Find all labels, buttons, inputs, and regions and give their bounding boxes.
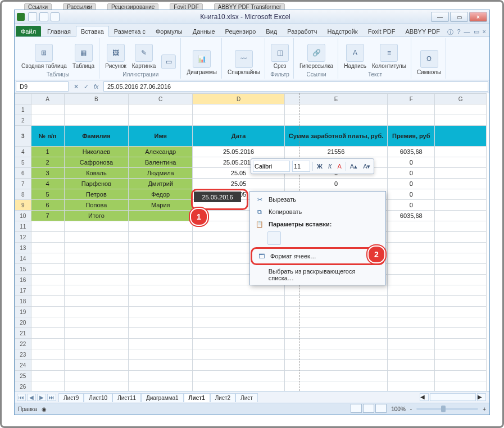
- cell-A18[interactable]: [31, 296, 64, 307]
- row-header[interactable]: 2: [15, 115, 31, 126]
- cell-B1[interactable]: [64, 104, 128, 115]
- column-headers[interactable]: A B C D E F G: [15, 94, 487, 104]
- row-header[interactable]: 26: [15, 381, 31, 391]
- row-header[interactable]: 16: [15, 275, 31, 285]
- cell-B3[interactable]: Фамилия: [64, 126, 128, 147]
- menu-cut[interactable]: ✂Вырезать: [252, 193, 384, 206]
- row-header[interactable]: 21: [15, 328, 31, 339]
- cell-D23[interactable]: [193, 349, 284, 360]
- tab-foxit[interactable]: Foxit PDF: [363, 26, 401, 37]
- cell-G5[interactable]: [435, 157, 487, 168]
- cell-A15[interactable]: [31, 264, 64, 275]
- cell-A23[interactable]: [31, 349, 64, 360]
- font-size-input[interactable]: [292, 161, 310, 172]
- cell-B18[interactable]: [64, 296, 128, 307]
- tab-addins[interactable]: Надстройк: [322, 26, 362, 37]
- cell-A13[interactable]: [31, 243, 64, 253]
- close-button[interactable]: ×: [469, 12, 487, 22]
- cell-G12[interactable]: [435, 232, 487, 243]
- cell-context-menu[interactable]: ✂Вырезать ⧉Копировать 📋Параметры вставки…: [249, 191, 386, 285]
- cell-G26[interactable]: [435, 381, 487, 391]
- cell-A10[interactable]: 7: [31, 211, 64, 221]
- cell-E21[interactable]: [284, 328, 388, 339]
- cell-G18[interactable]: [435, 296, 487, 307]
- cell-A2[interactable]: [31, 115, 64, 126]
- header-footer-button[interactable]: ≡Колонтитулы: [371, 43, 407, 70]
- zoom-in-button[interactable]: +: [483, 406, 486, 412]
- font-color-button[interactable]: А: [335, 163, 343, 170]
- cell-F14[interactable]: [388, 253, 435, 264]
- cell-F16[interactable]: [388, 275, 435, 285]
- cell-B11[interactable]: [64, 221, 128, 232]
- tab-home[interactable]: Главная: [42, 26, 76, 37]
- cell-G19[interactable]: [435, 307, 487, 317]
- cell-F2[interactable]: [388, 115, 435, 126]
- cell-F4[interactable]: 6035,68: [388, 147, 435, 157]
- cell-G23[interactable]: [435, 349, 487, 360]
- macro-record-icon[interactable]: ◉: [42, 406, 47, 412]
- cell-G10[interactable]: [435, 211, 487, 221]
- cell-G1[interactable]: [435, 104, 487, 115]
- cell-A1[interactable]: [31, 104, 64, 115]
- cell-C15[interactable]: [129, 264, 193, 275]
- cell-E24[interactable]: [284, 360, 388, 371]
- cell-A11[interactable]: [31, 221, 64, 232]
- cell-F25[interactable]: [388, 371, 435, 381]
- menu-copy[interactable]: ⧉Копировать: [252, 206, 384, 218]
- cell-A12[interactable]: [31, 232, 64, 243]
- bold-button[interactable]: Ж: [315, 163, 324, 170]
- cell-A20[interactable]: [31, 317, 64, 328]
- page-layout-view-icon[interactable]: [363, 404, 374, 413]
- cell-B13[interactable]: [64, 243, 128, 253]
- charts-button[interactable]: 📊Диаграммы: [185, 49, 218, 76]
- cell-A22[interactable]: [31, 339, 64, 349]
- first-sheet-icon[interactable]: ⏮: [17, 394, 26, 401]
- cell-G14[interactable]: [435, 253, 487, 264]
- cell-F13[interactable]: [388, 243, 435, 253]
- cell-A14[interactable]: [31, 253, 64, 264]
- cell-A24[interactable]: [31, 360, 64, 371]
- name-box[interactable]: D9: [16, 81, 69, 92]
- qat-redo-icon[interactable]: [51, 12, 60, 21]
- row-header[interactable]: 24: [15, 360, 31, 371]
- row-header[interactable]: 7: [15, 179, 31, 189]
- cell-D18[interactable]: [193, 296, 284, 307]
- italic-button[interactable]: К: [326, 163, 333, 170]
- cell-F3[interactable]: Премия, руб: [388, 126, 435, 147]
- shapes-button[interactable]: ▭: [160, 53, 177, 70]
- row-header[interactable]: 4: [15, 147, 31, 157]
- cell-A3[interactable]: № п/п: [31, 126, 64, 147]
- col-D-header[interactable]: D: [193, 94, 284, 104]
- ribbon-restore-icon[interactable]: ▭: [474, 28, 479, 37]
- hscroll[interactable]: ◀▶: [258, 393, 489, 401]
- cell-G20[interactable]: [435, 317, 487, 328]
- menu-format-cells[interactable]: 🗔 Формат ячеек… 2: [253, 250, 382, 262]
- cell-B5[interactable]: Сафронова: [64, 157, 128, 168]
- cell-C6[interactable]: Людмила: [129, 168, 193, 179]
- cell-A5[interactable]: 2: [31, 157, 64, 168]
- row-header[interactable]: 11: [15, 221, 31, 232]
- ribbon-close-icon[interactable]: ×: [483, 28, 486, 37]
- cell-F9[interactable]: 0: [388, 200, 435, 211]
- cell-G8[interactable]: [435, 189, 487, 200]
- cell-F12[interactable]: [388, 232, 435, 243]
- cell-E19[interactable]: [284, 307, 388, 317]
- cell-E18[interactable]: [284, 296, 388, 307]
- tab-insert[interactable]: Вставка: [76, 26, 109, 37]
- qat-undo-icon[interactable]: [39, 12, 48, 21]
- cell-D19[interactable]: [193, 307, 284, 317]
- cell-C2[interactable]: [129, 115, 193, 126]
- cell-A21[interactable]: [31, 328, 64, 339]
- clipart-button[interactable]: ✎Картинка: [131, 43, 157, 70]
- col-F-header[interactable]: F: [388, 94, 435, 104]
- prev-sheet-icon[interactable]: ◀: [27, 394, 36, 401]
- cell-F24[interactable]: [388, 360, 435, 371]
- picture-button[interactable]: 🖼Рисунок: [104, 43, 128, 70]
- row-header[interactable]: 13: [15, 243, 31, 253]
- cell-B22[interactable]: [64, 339, 128, 349]
- cell-F8[interactable]: 0: [388, 189, 435, 200]
- cell-B21[interactable]: [64, 328, 128, 339]
- cell-G17[interactable]: [435, 285, 487, 296]
- cell-C5[interactable]: Валентина: [129, 157, 193, 168]
- sheet-nav-buttons[interactable]: ⏮◀▶⏭: [15, 394, 58, 401]
